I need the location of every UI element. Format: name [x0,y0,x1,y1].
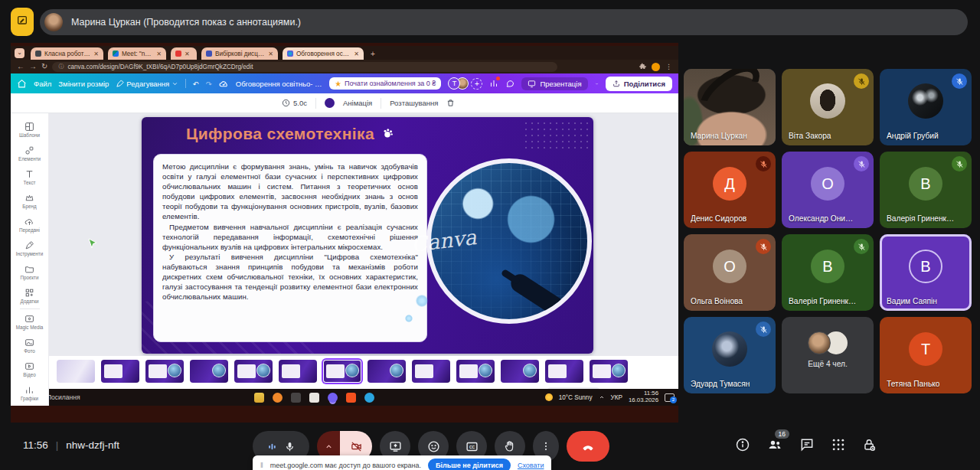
slide-thumbnail[interactable] [279,360,317,383]
mail-icon[interactable] [346,393,356,403]
sidebar-item-magic-media[interactable]: Magic Media [11,310,48,334]
slide-thumbnail-selected[interactable] [323,360,361,383]
slide-thumbnail[interactable] [234,360,273,383]
animate-button[interactable]: Анімація [343,99,372,107]
app-icon[interactable] [273,393,283,403]
tab-close-icon[interactable]: ✕ [268,51,273,57]
extensions-icon[interactable] [639,63,646,71]
slide-thumbnail[interactable] [456,360,495,383]
participant-tile[interactable]: О Олександр Они… [782,152,874,228]
menu-editing[interactable]: Редагування [116,80,178,88]
browser-tab-disciplines[interactable]: Вибіркові дисципліни - ВСП ✕ [201,47,278,60]
browser-profile-avatar[interactable] [652,63,660,71]
slide-thumbnail[interactable] [501,360,539,383]
new-tab-button[interactable]: + [371,50,375,58]
participant-tile[interactable]: Д Денис Сидоров [684,152,776,228]
slide-thumbnail[interactable] [545,360,583,383]
slide-thumbnail[interactable] [101,360,139,383]
site-info-icon[interactable]: ⓘ [58,63,64,70]
app-icon[interactable] [364,393,374,403]
app-icon[interactable] [291,393,301,403]
sidebar-item-templates[interactable]: Шаблони [11,118,48,142]
explorer-icon[interactable] [254,393,264,403]
participant-tile[interactable]: Т Тетяна Панько [880,317,972,393]
home-icon[interactable] [17,79,27,89]
participant-tile[interactable]: Андрій Грубий [880,69,972,145]
meeting-details-button[interactable] [735,437,750,452]
sidebar-item-apps[interactable]: Додатки [11,284,48,308]
forward-icon[interactable]: → [29,63,37,70]
sidebar-item-elements[interactable]: Елементи [11,142,48,165]
hide-notice-link[interactable]: Сховати [518,462,544,469]
undo-icon[interactable]: ↶ [193,80,199,88]
host-controls-button[interactable] [862,438,877,452]
browser-tab-classroom[interactable]: Класна робота для курсу "КБ ✕ [31,47,103,60]
end-call-button[interactable] [567,431,609,462]
people-button[interactable]: 16 [766,437,783,452]
stop-sharing-button[interactable]: Більше не ділитися [428,459,511,470]
insights-icon[interactable] [489,79,498,88]
redo-icon[interactable]: ↷ [206,80,212,88]
slide-title[interactable]: Цифрова схемотехніка [153,125,427,143]
tab-search-button[interactable]: ⌄ [15,48,24,58]
participant-tile[interactable]: В Валерія Гриненк… [880,152,972,228]
participant-tile[interactable]: Эдуард Тумасян [684,317,776,393]
slide-thumbnail[interactable] [145,360,184,383]
activities-button[interactable] [831,437,846,452]
page-duration-control[interactable]: 5.0с [282,99,307,107]
participant-tile[interactable]: В Валерія Гриненк… [782,234,874,311]
slide-thumbnail[interactable] [590,360,628,383]
tab-close-icon[interactable]: ✕ [156,51,162,57]
slide-page[interactable]: Цифрова схемотехніка Метою дисципліни є … [142,117,593,354]
more-participants-tile[interactable]: Ещё 4 чел. [782,317,874,393]
chevron-down-icon[interactable] [595,80,599,87]
sidebar-item-uploads[interactable]: Передані [11,213,48,237]
comment-icon[interactable] [505,79,514,88]
participant-tile[interactable]: Віта Закора [782,69,874,145]
sidebar-item-tools[interactable]: Інструменти [11,237,48,260]
share-button[interactable]: Поділитися [606,77,672,91]
reload-icon[interactable]: ↻ [41,63,47,70]
tab-close-icon[interactable]: ✕ [354,51,359,57]
tab-close-icon[interactable]: ✕ [185,51,190,57]
menu-file[interactable]: Файл [34,80,51,88]
collaborator-avatars[interactable]: T + [448,77,482,90]
taskbar-clock[interactable]: 11:56 16.03.2026 [629,390,658,404]
document-title[interactable]: Обговорення освітньо- професійної програ… [236,80,322,88]
chat-button[interactable] [799,437,815,452]
slide-thumbnail[interactable] [368,360,406,383]
browser-tab-meet[interactable]: Meet: "nhw-dzfj-nft" ✕ [108,47,166,60]
tab-close-icon[interactable]: ✕ [93,51,99,57]
present-button[interactable]: Презентація [521,77,587,90]
weather-icon[interactable] [545,393,553,401]
weather-text[interactable]: 10°C Sunny [559,394,593,401]
language-indicator[interactable]: УКР [611,394,622,401]
page-color-swatch[interactable] [325,98,335,108]
slide-text-box[interactable]: Метою дисципліни є формування знань, умі… [153,154,427,342]
sidebar-item-photos[interactable]: Фото [11,334,48,357]
sidebar-item-brand[interactable]: Бренд [11,189,48,213]
sidebar-item-projects[interactable]: Проєкти [11,260,48,284]
slide-thumbnail[interactable] [412,360,450,383]
participant-tile-active[interactable]: В Вадим Саяпін [880,234,972,311]
add-collaborator-icon[interactable]: + [471,78,482,90]
browser-tab-icon-only[interactable]: ✕ [171,47,197,60]
annotation-tool-button[interactable] [11,8,34,36]
back-icon[interactable]: ← [17,63,24,70]
tray-expand-icon[interactable] [599,394,605,400]
viber-icon[interactable] [328,393,338,403]
notification-center-icon[interactable]: 2 [665,393,675,402]
browser-tab-canva-active[interactable]: Обговорення освітньо- проф ✕ [283,47,364,60]
slide-thumbnail[interactable] [190,360,228,383]
participant-tile-video[interactable]: Марина Цуркан [684,69,776,145]
sidebar-item-text[interactable]: Текст [11,165,48,189]
trial-button[interactable]: Почати ознайомлення за 0 ₴ [329,77,441,90]
slide-thumbnail[interactable] [57,360,95,383]
participant-tile[interactable]: О Ольга Воінова [684,234,776,311]
delete-page-icon[interactable] [446,99,455,107]
position-button[interactable]: Розташування [390,99,438,107]
browser-menu-icon[interactable]: ⋮ [665,63,672,70]
menu-resize[interactable]: Змінити розмір [58,80,109,88]
sidebar-item-video[interactable]: Відео [11,357,48,381]
sidebar-item-charts[interactable]: Графіки [11,381,48,405]
